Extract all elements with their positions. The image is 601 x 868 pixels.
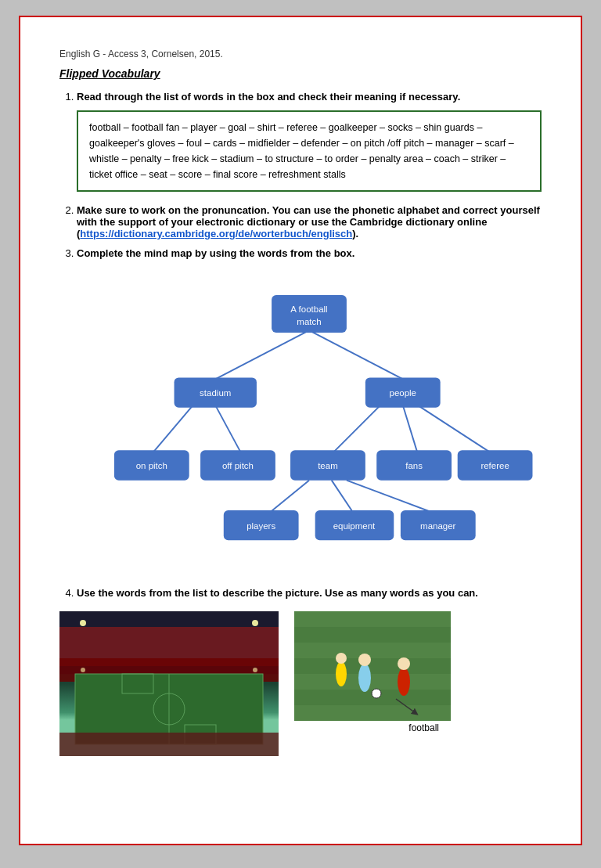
instruction-1: Read through the list of words in the bo… xyxy=(77,91,542,192)
svg-rect-49 xyxy=(294,643,451,658)
football-label: football xyxy=(294,722,451,733)
svg-rect-48 xyxy=(294,611,451,627)
svg-line-5 xyxy=(403,405,418,454)
svg-point-44 xyxy=(252,620,258,626)
svg-text:A football: A football xyxy=(290,304,327,314)
node-people: people xyxy=(365,377,441,407)
instruction-2: Make sure to work on the pronuncation. Y… xyxy=(77,204,542,240)
svg-text:team: team xyxy=(318,461,338,470)
svg-line-1 xyxy=(309,330,403,379)
instruction-3: Complete the mind map by using the words… xyxy=(77,247,542,571)
svg-point-56 xyxy=(398,668,410,696)
node-fans: fans xyxy=(376,450,452,480)
instruction-4: Use the words from the list to describe … xyxy=(77,587,542,599)
svg-point-54 xyxy=(336,661,347,686)
photos-row: football xyxy=(59,611,542,756)
node-equipment: equipment xyxy=(315,510,394,540)
page: English G - Access 3, Cornelsen, 2015. F… xyxy=(19,16,582,845)
svg-text:manager: manager xyxy=(420,521,456,531)
svg-text:equipment: equipment xyxy=(333,521,376,531)
svg-line-3 xyxy=(215,405,242,454)
svg-text:stadium: stadium xyxy=(200,388,231,398)
instruction-4-text: Use the words from the list to describe … xyxy=(77,587,478,599)
mindmap-container: A football match stadium people xyxy=(77,272,542,571)
node-stadium: stadium xyxy=(175,377,257,407)
svg-point-55 xyxy=(336,653,347,664)
svg-rect-51 xyxy=(294,705,451,721)
node-off-pitch: off pitch xyxy=(200,450,275,480)
match-photo-wrapper: football xyxy=(294,611,451,733)
node-team: team xyxy=(290,450,365,480)
svg-text:off pitch: off pitch xyxy=(222,461,254,470)
cambridge-link[interactable]: https://dictionary.cambridge.org/de/wort… xyxy=(80,228,352,240)
svg-line-8 xyxy=(332,481,354,514)
node-referee: referee xyxy=(458,450,533,480)
svg-line-0 xyxy=(215,330,309,379)
svg-text:players: players xyxy=(247,521,275,531)
photos-section: football xyxy=(59,611,542,756)
svg-text:on pitch: on pitch xyxy=(136,461,167,470)
svg-rect-50 xyxy=(294,674,451,690)
svg-point-45 xyxy=(81,668,85,672)
svg-rect-42 xyxy=(59,733,279,756)
svg-point-46 xyxy=(253,668,257,672)
svg-text:fans: fans xyxy=(405,461,423,470)
mindmap-svg: A football match stadium people xyxy=(77,272,542,569)
svg-text:referee: referee xyxy=(480,461,509,470)
svg-line-4 xyxy=(332,405,380,454)
stadium-photo-wrapper xyxy=(59,611,279,756)
svg-point-53 xyxy=(358,654,371,666)
svg-rect-47 xyxy=(294,611,451,721)
node-manager: manager xyxy=(401,510,476,540)
instruction-3-text: Complete the mind map by using the words… xyxy=(77,247,354,259)
section-title: Flipped Vocabulary xyxy=(59,67,542,80)
instructions-list: Read through the list of words in the bo… xyxy=(59,91,542,599)
svg-line-7 xyxy=(268,481,309,514)
instruction-1-text: Read through the list of words in the bo… xyxy=(77,91,460,103)
instruction-2-text: Make sure to work on the pronuncation. Y… xyxy=(77,204,540,240)
svg-point-57 xyxy=(398,657,410,670)
svg-line-6 xyxy=(418,405,493,454)
svg-point-43 xyxy=(80,620,86,626)
svg-point-58 xyxy=(372,689,381,698)
node-root: A football match xyxy=(272,295,347,333)
svg-line-2 xyxy=(152,405,193,454)
svg-text:match: match xyxy=(297,317,321,326)
node-players: players xyxy=(224,510,299,540)
svg-line-9 xyxy=(347,481,437,514)
match-photo xyxy=(294,611,451,721)
svg-point-52 xyxy=(358,664,371,692)
node-on-pitch: on pitch xyxy=(114,450,189,480)
stadium-svg xyxy=(59,611,279,756)
stadium-photo xyxy=(59,611,279,756)
svg-text:people: people xyxy=(390,388,417,398)
source-text: English G - Access 3, Cornelsen, 2015. xyxy=(59,49,542,59)
vocab-box: football – football fan – player – goal … xyxy=(77,110,542,192)
match-svg xyxy=(294,611,451,721)
